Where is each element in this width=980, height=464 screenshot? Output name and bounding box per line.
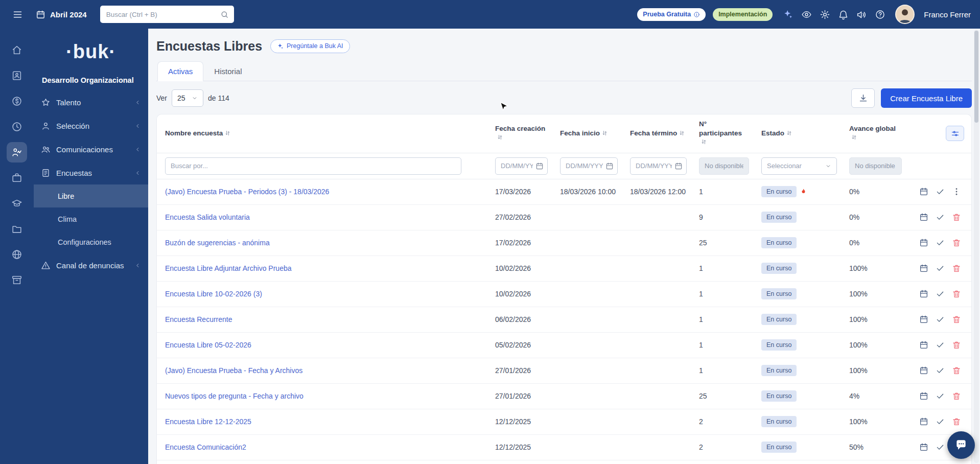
- finish-survey-button[interactable]: [932, 261, 948, 276]
- delete-button[interactable]: [949, 337, 964, 353]
- trial-badge[interactable]: Prueba Gratuita: [637, 8, 706, 21]
- sort-icon[interactable]: [701, 138, 707, 148]
- survey-link[interactable]: Buzón de sugerencias - anónima: [165, 239, 483, 247]
- sort-icon[interactable]: [224, 130, 231, 139]
- hamburger-menu-button[interactable]: [9, 6, 26, 22]
- filter-estado-select[interactable]: Seleccionar: [761, 157, 837, 175]
- rail-item-talent[interactable]: [7, 142, 27, 163]
- delete-button[interactable]: [949, 261, 964, 276]
- finish-survey-button[interactable]: [932, 184, 948, 199]
- survey-link[interactable]: Encuesta Recurrente: [165, 315, 483, 323]
- settings-button[interactable]: [816, 6, 833, 22]
- tab-activas[interactable]: Activas: [157, 61, 203, 81]
- sort-icon[interactable]: [786, 130, 792, 139]
- user-name[interactable]: Franco Ferrer: [924, 10, 971, 19]
- sidebar-subitem-libre[interactable]: Libre: [34, 184, 148, 207]
- finish-survey-button[interactable]: [932, 210, 948, 225]
- survey-link[interactable]: Encuesta Libre 10-02-2026 (3): [165, 290, 483, 298]
- sidebar-item-talento[interactable]: Talento: [34, 90, 148, 114]
- delete-button[interactable]: [949, 388, 964, 404]
- rail-item-portal[interactable]: [7, 244, 27, 265]
- help-button[interactable]: [872, 6, 888, 22]
- preview-button[interactable]: [798, 6, 814, 22]
- kebab-menu-button[interactable]: [949, 184, 964, 199]
- survey-link[interactable]: Nuevos tipos de pregunta - Fecha y archi…: [165, 392, 483, 400]
- schedule-button[interactable]: [916, 235, 931, 250]
- delete-button[interactable]: [949, 235, 964, 250]
- cell-actions: [908, 312, 971, 327]
- schedule-button[interactable]: [916, 312, 931, 327]
- survey-link[interactable]: (Javo) Encuesta Prueba - Fecha y Archivo…: [165, 366, 483, 375]
- survey-link[interactable]: Encuesta Libre Adjuntar Archivo Prueba: [165, 264, 483, 272]
- download-button[interactable]: [851, 88, 875, 108]
- rail-item-remunerations[interactable]: [7, 91, 27, 111]
- sidebar-subitem-clima[interactable]: Clima: [34, 207, 148, 230]
- filter-fecha-inicio-input[interactable]: [560, 157, 618, 175]
- survey-link[interactable]: Encuesta Libre 12-12-2025: [165, 417, 483, 426]
- survey-link[interactable]: Encuesta Libre 05-02-2026: [165, 341, 483, 349]
- delete-button[interactable]: [949, 363, 964, 378]
- tab-historial[interactable]: Historial: [203, 61, 252, 81]
- finish-survey-button[interactable]: [932, 337, 948, 353]
- filter-name-input[interactable]: [165, 157, 461, 175]
- sidebar-subitem-configuraciones[interactable]: Configuraciones: [34, 230, 148, 253]
- filter-fecha-termino-input[interactable]: [630, 157, 687, 175]
- announcements-button[interactable]: [853, 6, 870, 22]
- finish-survey-button[interactable]: [932, 286, 948, 301]
- sidebar-item-seleccion[interactable]: Selección: [34, 114, 148, 137]
- filter-fecha-creacion-input[interactable]: [495, 157, 548, 175]
- sidebar-item-canal-denuncias[interactable]: Canal de denuncias: [34, 253, 148, 277]
- delete-button[interactable]: [949, 210, 964, 225]
- schedule-button[interactable]: [916, 388, 931, 404]
- ask-buk-ai-button[interactable]: Pregúntale a Buk AI: [270, 39, 350, 53]
- column-settings-button[interactable]: [946, 126, 964, 141]
- survey-link[interactable]: (Javo) Encuesta Prueba - Periodos (3) - …: [165, 188, 483, 196]
- sidebar-item-comunicaciones[interactable]: Comunicaciones: [34, 137, 148, 161]
- calendar-icon: [919, 391, 928, 401]
- schedule-button[interactable]: [916, 184, 931, 199]
- rail-item-assets[interactable]: [7, 270, 27, 290]
- rail-item-training[interactable]: [7, 193, 27, 214]
- cell-actions: [908, 388, 971, 404]
- buk-logo[interactable]: ·buk·: [34, 41, 148, 63]
- buk-ai-button[interactable]: [780, 6, 796, 22]
- delete-button[interactable]: [949, 286, 964, 301]
- sort-icon[interactable]: [497, 134, 503, 143]
- finish-survey-button[interactable]: [932, 388, 948, 404]
- sidebar-item-encuestas[interactable]: Encuestas: [34, 161, 148, 184]
- finish-survey-button[interactable]: [932, 439, 948, 455]
- schedule-button[interactable]: [916, 286, 931, 301]
- schedule-button[interactable]: [916, 414, 931, 429]
- sort-icon[interactable]: [679, 130, 685, 139]
- schedule-button[interactable]: [916, 439, 931, 455]
- page-size-select[interactable]: 25: [172, 89, 203, 107]
- schedule-button[interactable]: [916, 210, 931, 225]
- rail-item-jobs[interactable]: [7, 168, 27, 188]
- survey-link[interactable]: Encuesta Comunicación2: [165, 443, 483, 451]
- schedule-button[interactable]: [916, 261, 931, 276]
- period-selector[interactable]: Abril 2024: [33, 9, 90, 20]
- create-survey-button[interactable]: Crear Encuesta Libre: [881, 88, 972, 108]
- survey-link[interactable]: Encuesta Salida voluntaria: [165, 213, 483, 221]
- scrollbar-thumb[interactable]: [974, 31, 978, 123]
- delete-button[interactable]: [949, 414, 964, 429]
- chat-widget-button[interactable]: [947, 431, 975, 459]
- notifications-button[interactable]: [835, 6, 851, 22]
- sort-icon[interactable]: [601, 130, 608, 139]
- finish-survey-button[interactable]: [932, 414, 948, 429]
- global-search-input[interactable]: [105, 10, 216, 19]
- rail-item-time[interactable]: [7, 117, 27, 137]
- sort-icon[interactable]: [851, 134, 857, 143]
- rail-item-documents[interactable]: [7, 219, 27, 239]
- rail-item-people[interactable]: [7, 65, 27, 86]
- implementation-badge[interactable]: Implementación: [713, 8, 773, 21]
- schedule-button[interactable]: [916, 363, 931, 378]
- schedule-button[interactable]: [916, 337, 931, 353]
- finish-survey-button[interactable]: [932, 235, 948, 250]
- finish-survey-button[interactable]: [932, 312, 948, 327]
- rail-item-home[interactable]: [7, 40, 27, 60]
- global-search[interactable]: [100, 6, 234, 23]
- avatar[interactable]: [895, 5, 915, 24]
- delete-button[interactable]: [949, 312, 964, 327]
- finish-survey-button[interactable]: [932, 363, 948, 378]
